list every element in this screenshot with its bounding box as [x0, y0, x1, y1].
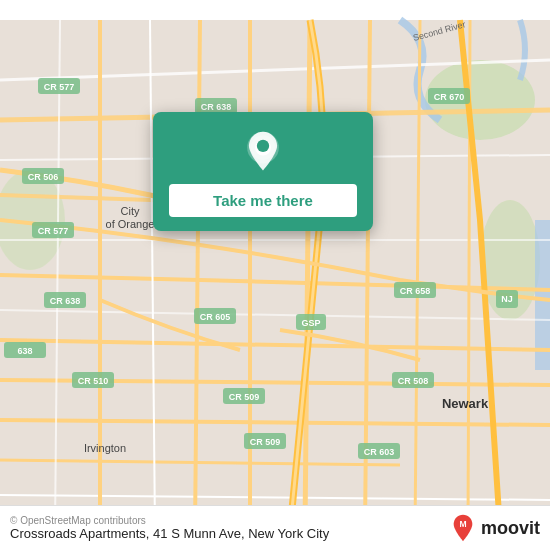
- svg-text:NJ: NJ: [501, 294, 513, 304]
- svg-text:CR 603: CR 603: [364, 447, 395, 457]
- map-svg: CR 577 CR 638 CR 670 CR 506 GSP CR 577 C…: [0, 0, 550, 550]
- svg-text:of Orange: of Orange: [106, 218, 155, 230]
- svg-text:CR 506: CR 506: [28, 172, 59, 182]
- svg-text:M: M: [459, 519, 466, 529]
- map-attribution: © OpenStreetMap contributors: [10, 515, 329, 526]
- svg-text:CR 670: CR 670: [434, 92, 465, 102]
- svg-text:CR 658: CR 658: [400, 286, 431, 296]
- location-pin-icon: [241, 130, 285, 174]
- svg-rect-4: [535, 220, 550, 370]
- svg-text:Newark: Newark: [442, 396, 489, 411]
- popup-card: Take me there: [153, 112, 373, 231]
- svg-text:CR 638: CR 638: [50, 296, 81, 306]
- svg-text:CR 509: CR 509: [229, 392, 260, 402]
- location-text: Crossroads Apartments, 41 S Munn Ave, Ne…: [10, 526, 329, 541]
- svg-text:CR 577: CR 577: [44, 82, 75, 92]
- take-me-there-button[interactable]: Take me there: [169, 184, 357, 217]
- map-container: CR 577 CR 638 CR 670 CR 506 GSP CR 577 C…: [0, 0, 550, 550]
- svg-text:CR 510: CR 510: [78, 376, 109, 386]
- bottom-info: © OpenStreetMap contributors Crossroads …: [10, 515, 329, 541]
- moovit-brand-text: moovit: [481, 518, 540, 539]
- svg-text:CR 508: CR 508: [398, 376, 429, 386]
- svg-text:638: 638: [17, 346, 32, 356]
- svg-point-69: [257, 140, 269, 152]
- moovit-logo: M moovit: [449, 514, 540, 542]
- svg-text:GSP: GSP: [301, 318, 320, 328]
- bottom-bar: © OpenStreetMap contributors Crossroads …: [0, 505, 550, 550]
- svg-text:City: City: [121, 205, 140, 217]
- svg-text:CR 605: CR 605: [200, 312, 231, 322]
- svg-text:CR 638: CR 638: [201, 102, 232, 112]
- svg-text:CR 509: CR 509: [250, 437, 281, 447]
- svg-text:CR 577: CR 577: [38, 226, 69, 236]
- svg-text:Irvington: Irvington: [84, 442, 126, 454]
- moovit-icon: M: [449, 514, 477, 542]
